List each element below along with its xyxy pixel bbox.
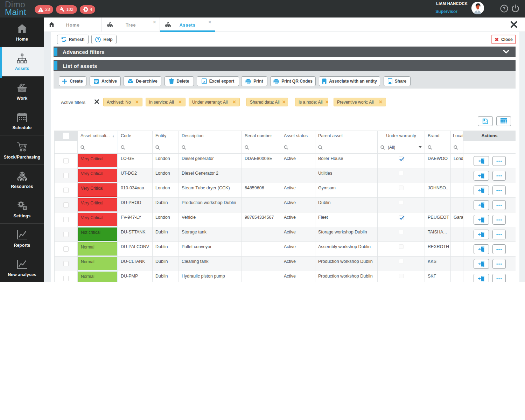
svg-text:?: ?: [503, 6, 506, 11]
svg-text:?: ?: [97, 37, 99, 41]
svg-text:x: x: [203, 79, 205, 83]
